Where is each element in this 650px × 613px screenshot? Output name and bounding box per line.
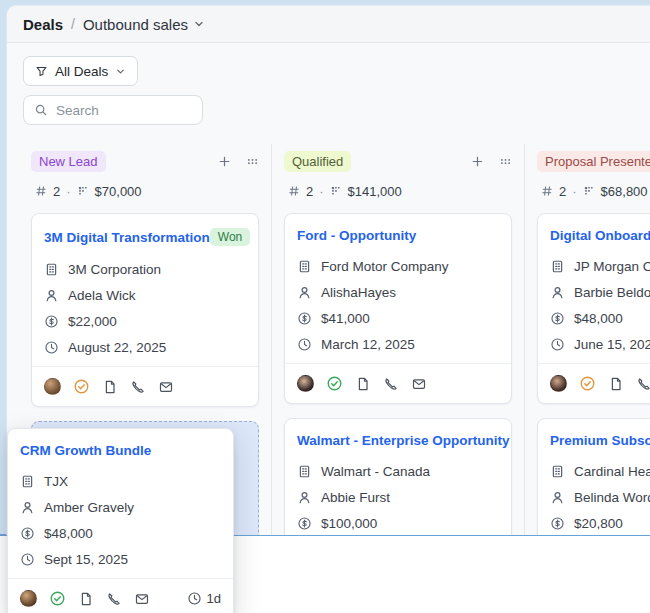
add-card-button[interactable]	[218, 155, 231, 168]
deal-card[interactable]: Digital Onboarding JP Morgan Chase Barbi…	[537, 213, 650, 404]
person-icon	[550, 490, 565, 505]
currency-icon	[297, 311, 312, 326]
column-count: 2	[306, 184, 313, 199]
clock-icon	[550, 337, 565, 352]
stage-badge[interactable]: Proposal Presented	[537, 151, 650, 172]
close-date: August 22, 2025	[68, 340, 166, 355]
filter-button[interactable]: All Deals	[23, 56, 138, 86]
company-name: Cardinal Health	[574, 464, 650, 479]
deal-amount: $20,800	[574, 516, 623, 531]
deal-title[interactable]: Walmart - Enterprise Opportunity	[297, 433, 510, 448]
company-name: 3M Corporation	[68, 262, 161, 277]
avatar[interactable]	[44, 378, 61, 395]
avatar[interactable]	[550, 375, 567, 392]
check-circle-icon[interactable]	[326, 375, 343, 392]
deal-amount: $48,000	[44, 526, 93, 541]
clock-icon	[44, 340, 59, 355]
column-header: Proposal Presented	[537, 149, 650, 173]
column-count: 2	[53, 184, 60, 199]
deals-board-page: Deals / Outbound sales All Deals New Lea…	[0, 0, 650, 613]
deal-card[interactable]: 3M Digital Transformation Won 3M Corpora…	[31, 213, 259, 407]
breadcrumb: Deals / Outbound sales	[7, 6, 650, 43]
company-name: Ford Motor Company	[321, 259, 449, 274]
deal-title[interactable]: 3M Digital Transformation	[44, 230, 210, 245]
mail-icon[interactable]	[134, 591, 150, 607]
column-divider	[271, 144, 272, 535]
filter-button-label: All Deals	[55, 64, 108, 79]
column-qualified: Qualified 2 · $141,000 Ford - Opportunit…	[284, 149, 512, 535]
age-indicator: 1d	[187, 591, 221, 606]
deal-amount: $48,000	[574, 311, 623, 326]
deal-title[interactable]: Premium Subscription	[550, 433, 650, 448]
deal-title[interactable]: CRM Growth Bundle	[20, 443, 151, 458]
deal-amount: $100,000	[321, 516, 377, 531]
column-menu-icon[interactable]	[499, 155, 512, 168]
search-input[interactable]	[56, 103, 192, 118]
age-label: 1d	[207, 591, 221, 606]
add-card-button[interactable]	[471, 155, 484, 168]
phone-icon[interactable]	[130, 379, 146, 395]
sum-grid-icon	[583, 185, 595, 197]
column-menu-icon[interactable]	[246, 155, 259, 168]
column-divider	[524, 144, 525, 535]
deal-amount: $22,000	[68, 314, 117, 329]
phone-icon[interactable]	[106, 591, 122, 607]
building-icon	[550, 259, 565, 274]
column-stats: 2 · $141,000	[284, 181, 512, 201]
contact-name: Amber Gravely	[44, 500, 134, 515]
column-stats: 2 · $68,800	[537, 181, 650, 201]
check-circle-icon[interactable]	[49, 590, 66, 607]
phone-icon[interactable]	[383, 376, 399, 392]
check-circle-icon[interactable]	[579, 375, 596, 392]
hash-icon	[541, 185, 553, 197]
contact-name: Abbie Furst	[321, 490, 390, 505]
file-icon[interactable]	[78, 591, 94, 607]
close-date: Sept 15, 2025	[44, 552, 128, 567]
mail-icon[interactable]	[411, 376, 427, 392]
building-icon	[20, 474, 35, 489]
column-header: Qualified	[284, 149, 512, 173]
mail-icon[interactable]	[158, 379, 174, 395]
avatar[interactable]	[20, 590, 37, 607]
company-name: TJX	[44, 474, 68, 489]
search-icon	[34, 103, 48, 117]
building-icon	[297, 464, 312, 479]
dragged-card[interactable]: CRM Growth Bundle TJX Amber Gravely $48,…	[7, 428, 234, 613]
currency-icon	[297, 516, 312, 531]
contact-name: AlishaHayes	[321, 285, 396, 300]
chevron-down-icon	[193, 18, 205, 30]
close-date: June 15, 2025	[574, 337, 650, 352]
deal-title[interactable]: Digital Onboarding	[550, 228, 650, 243]
person-icon	[297, 285, 312, 300]
column-header: New Lead	[31, 149, 259, 173]
deal-card[interactable]: Walmart - Enterprise Opportunity Walmart…	[284, 418, 512, 535]
breadcrumb-view-selector[interactable]: Outbound sales	[83, 16, 205, 33]
breadcrumb-view-label: Outbound sales	[83, 16, 188, 33]
chevron-down-icon	[115, 66, 126, 77]
sum-grid-icon	[77, 185, 89, 197]
column-stats: 2 · $70,000	[31, 181, 259, 201]
file-icon[interactable]	[355, 376, 371, 392]
building-icon	[44, 262, 59, 277]
search-box[interactable]	[23, 95, 203, 125]
phone-icon[interactable]	[636, 376, 650, 392]
column-total: $70,000	[95, 184, 142, 199]
contact-name: Barbie Beldon	[574, 285, 650, 300]
company-name: JP Morgan Chase	[574, 259, 650, 274]
deal-card[interactable]: Ford - Opportunity Ford Motor Company Al…	[284, 213, 512, 404]
file-icon[interactable]	[608, 376, 624, 392]
person-icon	[44, 288, 59, 303]
stage-badge[interactable]: Qualified	[284, 151, 351, 172]
file-icon[interactable]	[102, 379, 118, 395]
avatar[interactable]	[297, 375, 314, 392]
check-circle-icon[interactable]	[73, 378, 90, 395]
deal-title[interactable]: Ford - Opportunity	[297, 228, 416, 243]
stage-badge[interactable]: New Lead	[31, 151, 106, 172]
deal-card[interactable]: Premium Subscription Cardinal Health Bel…	[537, 418, 650, 535]
column-proposal-presented: Proposal Presented 2 · $68,800 Digital O…	[537, 149, 650, 535]
currency-icon	[44, 314, 59, 329]
contact-name: Belinda Wordsworth	[574, 490, 650, 505]
status-badge: Won	[210, 228, 250, 246]
column-count: 2	[559, 184, 566, 199]
breadcrumb-deals[interactable]: Deals	[23, 16, 63, 33]
